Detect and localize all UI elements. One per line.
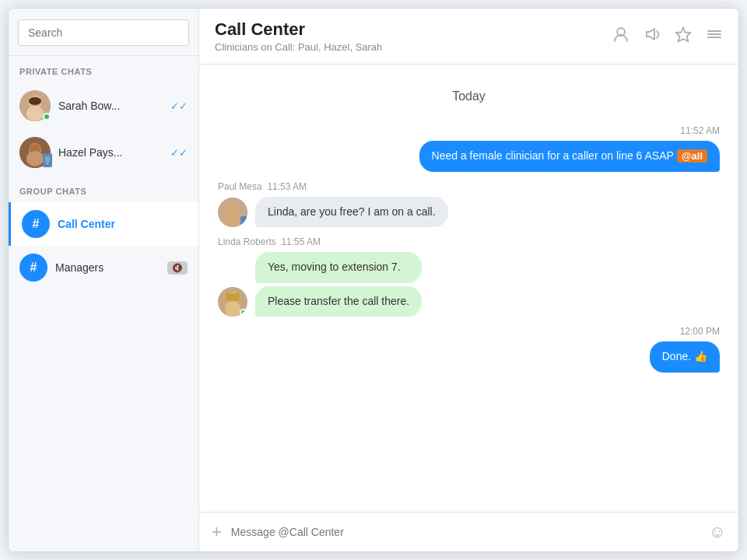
msg-with-avatar-3: Yes, moving to extension 7. Please trans… (218, 252, 422, 317)
mute-icon: 🔇 (172, 263, 183, 273)
bubble-3a: Yes, moving to extension 7. (255, 252, 422, 283)
online-dot-sarah (43, 113, 51, 121)
search-container (9, 9, 198, 56)
app-container: PRIVATE CHATS Sara (8, 8, 739, 552)
chat-header-actions (612, 26, 723, 47)
person-icon[interactable] (612, 26, 630, 47)
chat-name-call-center: Call Center (58, 218, 188, 230)
bubble-4: Done. 👍 (650, 341, 720, 373)
msg-incoming-group-linda: Yes, moving to extension 7. Please trans… (255, 252, 422, 317)
message-row-3: Linda Roberts 11:55 AM (218, 236, 720, 317)
chat-item-call-center[interactable]: # Call Center (9, 202, 198, 246)
sidebar: PRIVATE CHATS Sara (9, 9, 199, 551)
svg-point-10 (26, 151, 44, 166)
bubble-text-4: Done. 👍 (662, 350, 707, 362)
chat-name-managers: Managers (55, 261, 160, 274)
date-divider: Today (218, 89, 720, 103)
chat-item-sarah[interactable]: Sarah Bow... ✓✓ (9, 82, 198, 129)
msg-meta-1: 11:52 AM (680, 125, 720, 136)
svg-point-28 (235, 292, 240, 299)
menu-icon[interactable] (706, 26, 723, 47)
read-check-sarah: ✓✓ (170, 100, 188, 112)
read-check-hazel: ✓✓ (170, 147, 188, 159)
avatar-linda (218, 287, 247, 317)
main-chat: Call Center Clinicians on Call: Paul, Ha… (199, 9, 738, 551)
svg-point-4 (26, 106, 44, 121)
svg-marker-16 (676, 27, 691, 42)
chat-item-hazel[interactable]: Hazel Pays... ✓✓ (9, 129, 198, 176)
message-row-1: 11:52 AM Need a female clinician for a c… (218, 125, 720, 172)
bubble-2: Linda, are you free? I am on a call. (255, 197, 448, 228)
bubble-1: Need a female clinician for a caller on … (419, 141, 720, 172)
svg-rect-23 (241, 217, 247, 226)
chat-subtitle: Clinicians on Call: Paul, Hazel, Sarah (215, 41, 382, 53)
avatar-paul (218, 198, 247, 227)
msg-meta-2: Paul Mesa 11:53 AM (218, 181, 307, 192)
message-row-2: Paul Mesa 11:53 AM (218, 181, 720, 228)
svg-point-29 (225, 301, 240, 317)
mute-badge-managers: 🔇 (167, 261, 188, 275)
chat-header: Call Center Clinicians on Call: Paul, Ha… (199, 9, 738, 65)
private-chats-label: PRIVATE CHATS (9, 56, 198, 82)
search-input[interactable] (18, 19, 189, 46)
bubble-text-3a: Yes, moving to extension 7. (268, 261, 401, 273)
avatar-wrap-hazel (19, 137, 51, 168)
avatar-wrap-sarah (19, 90, 51, 121)
bubble-3b: Please transfer the call there. (255, 286, 422, 317)
svg-rect-12 (45, 156, 50, 163)
paul-phone-badge (240, 216, 247, 227)
msg-with-avatar-2: Linda, are you free? I am on a call. (218, 197, 448, 228)
chat-name-sarah: Sarah Bow... (58, 100, 163, 112)
svg-point-5 (30, 100, 33, 103)
bubble-text-3b: Please transfer the call there. (268, 295, 409, 307)
emoji-button[interactable]: ☺ (709, 522, 726, 542)
hash-icon-call-center: # (22, 210, 50, 238)
linda-online-dot (240, 309, 247, 317)
msg-meta-3: Linda Roberts 11:55 AM (218, 236, 321, 247)
chat-item-managers[interactable]: # Managers 🔇 (9, 246, 198, 289)
message-input[interactable] (231, 526, 700, 538)
message-input-area: + ☺ (199, 512, 738, 551)
svg-point-6 (37, 100, 40, 103)
bubble-text-2: Linda, are you free? I am on a call. (268, 205, 436, 218)
msg-meta-4: 12:00 PM (680, 326, 720, 337)
message-row-4: 12:00 PM Done. 👍 (218, 326, 720, 373)
at-all-tag: @all (677, 149, 707, 163)
svg-point-27 (226, 292, 230, 299)
messages-area: Today 11:52 AM Need a female clinician f… (199, 65, 738, 512)
star-icon[interactable] (675, 26, 692, 47)
hash-icon-managers: # (19, 254, 47, 282)
group-chats-label: GROUP CHATS (9, 176, 198, 202)
chat-header-left: Call Center Clinicians on Call: Paul, Ha… (215, 19, 382, 53)
bubble-text-1: Need a female clinician for a caller on … (432, 149, 674, 162)
chat-title: Call Center (215, 19, 382, 40)
svg-point-13 (47, 163, 48, 165)
add-button[interactable]: + (212, 523, 222, 541)
chat-name-hazel: Hazel Pays... (58, 146, 163, 159)
speaker-icon[interactable] (644, 26, 661, 47)
svg-point-22 (225, 212, 240, 227)
phone-badge-hazel (43, 153, 52, 167)
svg-marker-15 (647, 29, 654, 40)
